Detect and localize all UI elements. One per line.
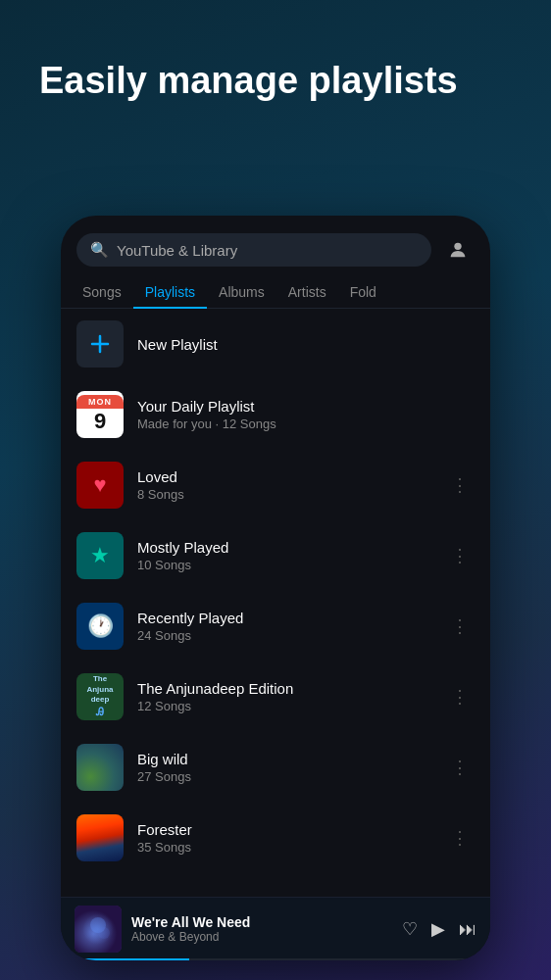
recently-played-info: Recently Played 24 Songs — [137, 610, 431, 643]
forester-icon — [76, 814, 124, 861]
now-playing-thumbnail — [75, 906, 122, 953]
now-playing-controls: ♡ ▶ ⏭ — [402, 918, 476, 940]
mostly-played-title: Mostly Played — [137, 539, 431, 556]
daily-playlist-info: Your Daily Playlist Made for you · 12 So… — [137, 398, 475, 431]
anjuna-info: The Anjunadeep Edition 12 Songs — [137, 680, 431, 713]
tab-artists[interactable]: Artists — [276, 276, 338, 308]
phone-frame: 🔍 YouTube & Library Songs Playlists Albu… — [61, 216, 490, 960]
mostly-played-info: Mostly Played 10 Songs — [137, 539, 431, 572]
loved-subtitle: 8 Songs — [137, 487, 431, 502]
daily-playlist-icon: MON 9 — [76, 391, 124, 438]
new-playlist-title: New Playlist — [137, 336, 475, 353]
search-bar: 🔍 YouTube & Library — [61, 216, 490, 276]
bigwild-title: Big wild — [137, 751, 431, 767]
tab-folders[interactable]: Fold — [338, 276, 388, 308]
list-item[interactable]: ★ Mostly Played 10 Songs ⋮ — [61, 520, 490, 591]
list-item[interactable]: MON 9 Your Daily Playlist Made for you ·… — [61, 379, 490, 450]
tab-playlists[interactable]: Playlists — [133, 276, 207, 308]
now-playing-title: We're All We Need — [131, 914, 392, 930]
account-icon[interactable] — [441, 233, 475, 267]
more-icon[interactable]: ⋮ — [445, 823, 475, 853]
list-item[interactable]: TheAnjunadeepᎯ The Anjunadeep Edition 12… — [61, 662, 490, 732]
loved-icon: ♥ — [76, 462, 124, 509]
forester-subtitle: 35 Songs — [137, 840, 431, 855]
list-item[interactable]: 🕐 Recently Played 24 Songs ⋮ — [61, 591, 490, 662]
list-item[interactable]: New Playlist — [61, 309, 490, 379]
page-title: Easily manage playlists — [39, 59, 512, 104]
tab-albums[interactable]: Albums — [207, 276, 276, 308]
more-icon[interactable]: ⋮ — [445, 541, 475, 570]
anjuna-subtitle: 12 Songs — [137, 699, 431, 713]
anjuna-title: The Anjunadeep Edition — [137, 680, 431, 697]
new-playlist-icon — [76, 320, 124, 368]
daily-playlist-title: Your Daily Playlist — [137, 398, 475, 415]
new-playlist-info: New Playlist — [137, 336, 475, 353]
recently-played-icon: 🕐 — [76, 603, 124, 650]
svg-point-0 — [454, 243, 461, 250]
bigwild-icon — [76, 744, 124, 791]
mostly-played-subtitle: 10 Songs — [137, 558, 431, 572]
bigwild-subtitle: 27 Songs — [137, 769, 431, 784]
now-playing-bar: We're All We Need Above & Beyond ♡ ▶ ⏭ — [61, 897, 490, 960]
bigwild-info: Big wild 27 Songs — [137, 751, 431, 784]
loved-title: Loved — [137, 468, 431, 485]
more-icon[interactable]: ⋮ — [445, 612, 475, 641]
tab-songs[interactable]: Songs — [71, 276, 133, 308]
mostly-played-icon: ★ — [76, 532, 124, 579]
forester-title: Forester — [137, 821, 431, 838]
list-item[interactable]: ♥ Loved 8 Songs ⋮ — [61, 450, 490, 520]
recently-played-subtitle: 24 Songs — [137, 628, 431, 643]
calendar-day: 9 — [94, 409, 106, 434]
now-playing-info: We're All We Need Above & Beyond — [131, 914, 392, 944]
list-item[interactable]: Forester 35 Songs ⋮ — [61, 803, 490, 873]
svg-point-2 — [90, 917, 106, 933]
daily-playlist-subtitle: Made for you · 12 Songs — [137, 416, 475, 431]
forester-info: Forester 35 Songs — [137, 821, 431, 855]
svg-point-3 — [98, 927, 110, 939]
progress-fill — [61, 958, 189, 960]
more-icon[interactable]: ⋮ — [445, 682, 475, 711]
playlist-list: New Playlist MON 9 Your Daily Playlist M… — [61, 309, 490, 897]
like-button[interactable]: ♡ — [402, 918, 418, 940]
play-button[interactable]: ▶ — [431, 918, 445, 940]
skip-button[interactable]: ⏭ — [459, 919, 476, 940]
progress-bar — [61, 958, 490, 960]
anjuna-icon: TheAnjunadeepᎯ — [76, 673, 124, 720]
more-icon[interactable]: ⋮ — [445, 753, 475, 782]
svg-rect-1 — [75, 906, 122, 953]
tabs-bar: Songs Playlists Albums Artists Fold — [61, 276, 490, 309]
search-input-wrap[interactable]: 🔍 YouTube & Library — [76, 233, 431, 267]
more-icon[interactable]: ⋮ — [445, 470, 475, 500]
list-item[interactable]: Big wild 27 Songs ⋮ — [61, 732, 490, 803]
now-playing-artist: Above & Beyond — [131, 930, 392, 944]
calendar-month: MON — [76, 395, 124, 409]
search-icon: 🔍 — [90, 241, 109, 259]
search-input[interactable]: YouTube & Library — [117, 242, 237, 259]
loved-info: Loved 8 Songs — [137, 468, 431, 502]
recently-played-title: Recently Played — [137, 610, 431, 626]
